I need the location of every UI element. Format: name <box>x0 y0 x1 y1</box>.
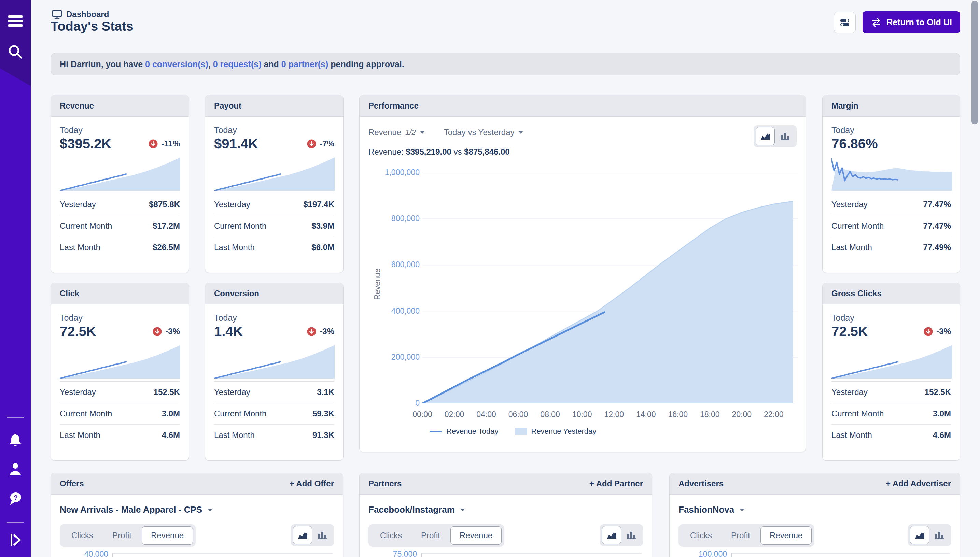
bell-icon[interactable] <box>0 433 31 448</box>
tab-revenue[interactable]: Revenue <box>760 526 812 545</box>
legend-label: Revenue Today <box>446 427 499 436</box>
conversion-card: Conversion Today 1.4K -3% Yesterday3.1K … <box>205 283 344 461</box>
change-value: -11% <box>161 139 180 148</box>
bar-chart-toggle[interactable] <box>622 526 641 544</box>
row-value: 4.6M <box>933 430 951 440</box>
row-label: Current Month <box>60 409 112 419</box>
change-value: -3% <box>320 327 334 336</box>
breadcrumb[interactable]: Dashboard <box>52 10 109 19</box>
line-chart-toggle[interactable] <box>602 526 621 544</box>
change-badge: -11% <box>148 139 180 148</box>
partner-select-dropdown[interactable]: Facebook/Instagram <box>369 505 465 515</box>
change-badge: -3% <box>153 327 180 336</box>
metric-dropdown[interactable]: Revenue 1/2 <box>369 128 425 137</box>
x-tick-label: 16:00 <box>662 410 693 419</box>
legend-label: Revenue Yesterday <box>531 427 597 436</box>
y-tick-label: 400,000 <box>360 306 420 316</box>
tab-revenue[interactable]: Revenue <box>450 526 502 545</box>
scrollbar-thumb[interactable] <box>972 1 978 124</box>
view-toggle-button[interactable] <box>834 11 856 33</box>
y-axis-line <box>731 553 732 557</box>
row-label: Current Month <box>832 221 884 231</box>
chart-type-toggle <box>753 125 797 147</box>
bar-chart-toggle[interactable] <box>775 127 794 145</box>
menu-icon[interactable] <box>0 14 31 29</box>
stat-row: Yesterday152.5K <box>60 381 180 403</box>
expand-icon[interactable] <box>0 532 31 548</box>
card-header: Margin <box>823 95 960 117</box>
y-axis-tick-label: 40,000 <box>60 549 108 557</box>
dashboard-page: ? Dashboard Today's Stats Return to Old … <box>0 0 980 557</box>
tab-profit[interactable]: Profit <box>103 526 140 545</box>
bar-chart-toggle[interactable] <box>930 526 949 544</box>
today-label: Today <box>832 313 854 323</box>
legend-item-yesterday[interactable]: Revenue Yesterday <box>515 427 597 436</box>
help-icon[interactable]: ? <box>0 491 31 507</box>
card-title: Click <box>60 289 79 298</box>
offer-select-dropdown[interactable]: New Arrivals - Male Apparel - CPS <box>60 505 212 515</box>
stat-row: Current Month59.3K <box>214 403 334 424</box>
add-advertiser-button[interactable]: + Add Advertiser <box>886 479 951 489</box>
return-to-old-ui-button[interactable]: Return to Old UI <box>863 11 960 33</box>
pending-approval-notice: Hi Darriun, you have 0 conversion(s), 0 … <box>51 53 960 75</box>
add-offer-button[interactable]: + Add Offer <box>290 479 334 489</box>
tab-clicks[interactable]: Clicks <box>681 526 721 545</box>
arrow-down-circle-icon <box>307 139 316 148</box>
x-tick-label: 12:00 <box>598 410 629 419</box>
stat-row: Current Month$17.2M <box>60 215 180 236</box>
compare-dropdown[interactable]: Today vs Yesterday <box>444 128 523 137</box>
chevron-down-icon <box>519 131 523 134</box>
notice-text: and <box>261 59 281 69</box>
stat-row: Current Month77.47% <box>832 215 951 236</box>
today-label: Today <box>60 125 83 135</box>
compare-dropdown-label: Today vs Yesterday <box>444 128 515 137</box>
bar-chart-toggle[interactable] <box>313 526 332 544</box>
row-label: Yesterday <box>214 200 250 209</box>
x-tick-label: 22:00 <box>758 410 789 419</box>
card-title: Revenue <box>60 101 94 111</box>
search-icon[interactable] <box>0 44 31 60</box>
row-value: $197.4K <box>303 200 334 209</box>
line-chart-toggle[interactable] <box>756 127 775 145</box>
today-label: Today <box>832 125 854 135</box>
row-label: Last Month <box>832 243 872 252</box>
tab-revenue[interactable]: Revenue <box>142 526 193 545</box>
x-tick-label: 04:00 <box>471 410 502 419</box>
y-tick-label: 800,000 <box>360 214 420 223</box>
margin-card: Margin Today 76.86% Yesterday77.47% Curr… <box>822 95 960 273</box>
gridline <box>113 553 333 554</box>
card-header: Gross Clicks <box>823 283 960 305</box>
add-partner-button[interactable]: + Add Partner <box>589 479 643 489</box>
row-value: $875.8K <box>149 200 180 209</box>
tab-profit[interactable]: Profit <box>722 526 759 545</box>
tab-clicks[interactable]: Clicks <box>62 526 102 545</box>
tab-clicks[interactable]: Clicks <box>371 526 411 545</box>
y-tick-label: 1,000,000 <box>360 168 420 177</box>
svg-text:?: ? <box>14 494 18 501</box>
page-title: Today's Stats <box>51 19 134 34</box>
row-label: Last Month <box>214 243 255 252</box>
requests-link[interactable]: 0 request(s) <box>213 59 262 69</box>
line-chart-toggle[interactable] <box>910 526 929 544</box>
stat-rows: Yesterday77.47% Current Month77.47% Last… <box>832 194 951 258</box>
tab-profit[interactable]: Profit <box>412 526 449 545</box>
stat-row: Last Month4.6M <box>60 424 180 446</box>
area-swatch-icon <box>515 428 527 435</box>
conversions-link[interactable]: 0 conversion(s) <box>145 59 208 69</box>
advertiser-select-dropdown[interactable]: FashionNova <box>678 505 744 515</box>
card-header: Performance <box>360 95 806 117</box>
row-label: Yesterday <box>214 388 250 397</box>
chart-subtitle: Revenue: $395,219.00 vs $875,846.00 <box>369 147 510 157</box>
line-chart-toggle[interactable] <box>293 526 312 544</box>
stat-row: Last Month$6.0M <box>214 236 334 258</box>
row-value: $26.5M <box>153 243 180 252</box>
partners-link[interactable]: 0 partner(s) <box>281 59 328 69</box>
user-icon[interactable] <box>0 461 31 477</box>
card-title: Gross Clicks <box>832 289 882 298</box>
stat-row: Yesterday$875.8K <box>60 194 180 215</box>
row-label: Current Month <box>60 221 112 231</box>
legend-item-today[interactable]: Revenue Today <box>430 427 499 436</box>
stat-rows: Yesterday$197.4K Current Month$3.9M Last… <box>214 194 334 258</box>
y-tick-label: 0 <box>360 399 420 408</box>
row-value: 91.3K <box>312 430 334 440</box>
